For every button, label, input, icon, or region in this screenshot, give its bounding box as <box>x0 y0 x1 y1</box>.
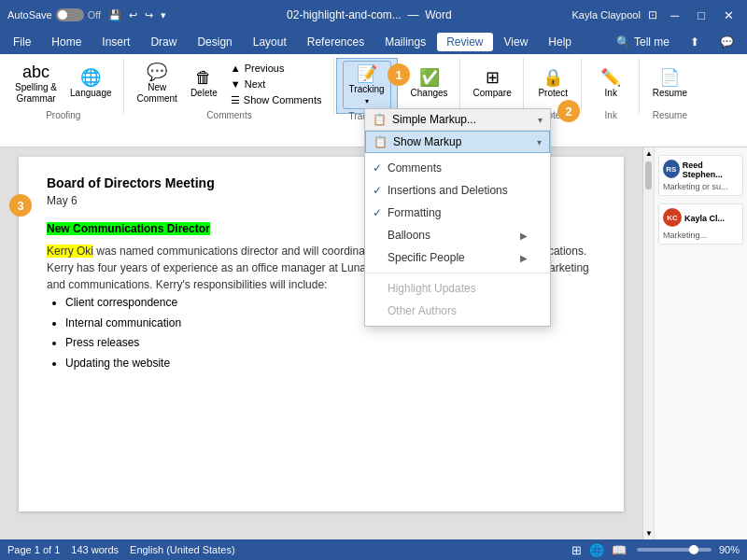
comment-author-1: Reed Stephen... <box>683 161 739 179</box>
dropdown-item-insertions[interactable]: Insertions and Deletions <box>365 179 550 202</box>
proofing-buttons: abc Spelling &Grammar 🌐 Language <box>9 60 118 108</box>
ribbon-group-ink: ✏️ Ink Ink <box>584 58 640 114</box>
undo-icon[interactable]: ↩ <box>129 9 137 21</box>
zoom-slider[interactable] <box>637 548 712 552</box>
balloons-submenu-icon: ▶ <box>520 231 528 241</box>
comment-text-2: Marketing... <box>663 231 739 240</box>
list-item: Press releases <box>65 333 596 354</box>
tracking-icon: 📝 <box>357 65 377 82</box>
menu-help[interactable]: Help <box>539 33 581 51</box>
web-layout-view-button[interactable]: 🌐 <box>586 542 607 558</box>
menu-insert[interactable]: Insert <box>92 33 139 51</box>
language-button[interactable]: 🌐 Language <box>64 60 118 108</box>
next-icon: ▼ <box>231 78 241 90</box>
autosave-toggle[interactable] <box>56 8 84 21</box>
nav-comment-group: ▲ Previous ▼ Next ☰ Show Comments <box>225 61 328 108</box>
document-title: 02-highlight-and-com... — Word <box>287 8 452 21</box>
changes-button[interactable]: ✅ Changes <box>405 60 454 108</box>
status-bar: Page 1 of 1 143 words English (United St… <box>0 539 747 560</box>
ribbon-group-proofing: abc Spelling &Grammar 🌐 Language Proofin… <box>4 58 124 114</box>
menu-tellme[interactable]: 🔍 Tell me <box>607 33 679 51</box>
changes-label: Changes <box>411 88 448 99</box>
menu-references[interactable]: References <box>298 33 374 51</box>
previous-comment-button[interactable]: ▲ Previous <box>225 61 328 76</box>
show-comments-icon: ☰ <box>231 94 240 106</box>
compare-button[interactable]: ⊞ Compare <box>468 60 517 108</box>
comments-buttons: 💬 NewComment 🗑 Delete ▲ Previous ▼ Next <box>132 60 328 108</box>
ink-group-label: Ink <box>605 108 617 120</box>
autosave-label: AutoSave Off <box>7 8 101 21</box>
menu-home[interactable]: Home <box>42 33 91 51</box>
new-comment-button[interactable]: 💬 NewComment <box>132 60 183 108</box>
dropdown-separator <box>365 273 550 273</box>
view-buttons: ⊞ 🌐 📖 <box>569 542 629 558</box>
status-right: ⊞ 🌐 📖 90% <box>569 542 740 558</box>
comment-avatar-kc: KC <box>663 208 682 227</box>
status-left: Page 1 of 1 143 words English (United St… <box>7 544 235 555</box>
ribbon-toggle-icon[interactable]: ⊡ <box>648 8 657 21</box>
resume-button[interactable]: 📄 Resume <box>647 60 693 108</box>
show-markup-header[interactable]: 📋 Show Markup ▾ <box>365 131 550 153</box>
zoom-thumb[interactable] <box>689 545 698 554</box>
customize-icon[interactable]: ▾ <box>161 9 166 21</box>
menu-layout[interactable]: Layout <box>244 33 296 51</box>
ribbon-group-comments: 💬 NewComment 🗑 Delete ▲ Previous ▼ Next <box>126 58 334 114</box>
share-icon[interactable]: ⬆ <box>681 33 709 51</box>
minimize-button[interactable]: ─ <box>665 7 684 24</box>
compare-label: Compare <box>473 88 512 99</box>
ink-button[interactable]: ✏️ Ink <box>592 60 629 108</box>
resume-group-label: Resume <box>653 108 687 120</box>
comment-icon[interactable]: 💬 <box>711 33 743 51</box>
maximize-button[interactable]: □ <box>692 7 711 24</box>
comment-text-1: Marketing or su... <box>663 182 739 191</box>
delete-label: Delete <box>190 88 218 99</box>
dropdown-item-specific-people[interactable]: Specific People ▶ <box>365 246 550 269</box>
comment-avatar-rs: RS <box>663 160 680 178</box>
spelling-label: Spelling &Grammar <box>15 82 57 105</box>
dropdown-item-comments[interactable]: Comments <box>365 157 550 179</box>
ink-icon: ✏️ <box>600 69 621 86</box>
dropdown-items-list: Comments Insertions and Deletions Format… <box>365 153 550 326</box>
spelling-grammar-button[interactable]: abc Spelling &Grammar <box>9 60 63 108</box>
print-layout-view-button[interactable]: ⊞ <box>569 542 585 558</box>
step-badge-2: 2 <box>557 100 580 122</box>
resume-icon: 📄 <box>659 69 680 86</box>
next-comment-button[interactable]: ▼ Next <box>225 77 328 91</box>
menu-mailings[interactable]: Mailings <box>375 33 435 51</box>
title-bar: AutoSave Off 💾 ↩ ↪ ▾ 02-highlight-and-co… <box>0 0 747 30</box>
read-mode-button[interactable]: 📖 <box>609 542 629 558</box>
menu-view[interactable]: View <box>495 33 538 51</box>
show-comments-button[interactable]: ☰ Show Comments <box>225 92 328 108</box>
changes-icon: ✅ <box>419 69 440 86</box>
comment-card-2[interactable]: KC Kayla Cl... Marketing... <box>658 203 743 245</box>
spelling-icon: abc <box>22 63 49 80</box>
dropdown-item-balloons[interactable]: Balloons ▶ <box>365 224 550 246</box>
redo-icon[interactable]: ↪ <box>145 9 153 21</box>
menu-review[interactable]: Review <box>437 33 492 51</box>
page-count: Page 1 of 1 <box>7 544 60 555</box>
ribbon-group-changes: ✅ Changes Changes <box>400 58 460 114</box>
menu-design[interactable]: Design <box>188 33 241 51</box>
tracking-button[interactable]: 📝 Tracking ▾ <box>343 61 391 109</box>
proofing-group-label: Proofing <box>46 108 80 120</box>
resume-label: Resume <box>653 88 687 99</box>
scroll-down-arrow[interactable]: ▼ <box>643 527 654 539</box>
scroll-thumb[interactable] <box>645 161 652 189</box>
tracking-label: Tracking <box>349 84 385 95</box>
scroll-up-arrow[interactable]: ▲ <box>643 147 654 160</box>
comments-group-label: Comments <box>206 108 251 120</box>
ribbon: abc Spelling &Grammar 🌐 Language Proofin… <box>0 54 747 147</box>
comment-card-1[interactable]: RS Reed Stephen... Marketing or su... <box>658 155 743 196</box>
delete-comment-button[interactable]: 🗑 Delete <box>185 60 223 108</box>
dropdown-item-formatting[interactable]: Formatting <box>365 202 550 224</box>
vertical-scrollbar[interactable]: ▲ ▼ <box>642 147 654 539</box>
title-bar-right: Kayla Claypool ⊡ ─ □ ✕ <box>572 7 740 24</box>
save-icon[interactable]: 💾 <box>108 9 121 21</box>
ink-label: Ink <box>605 88 617 99</box>
menu-draw[interactable]: Draw <box>141 33 186 51</box>
menu-file[interactable]: File <box>4 33 40 51</box>
specific-people-submenu-icon: ▶ <box>520 253 528 263</box>
close-button[interactable]: ✕ <box>718 7 740 24</box>
tracking-buttons: 📝 Tracking ▾ <box>343 61 391 109</box>
ribbon-group-resume: 📄 Resume Resume <box>641 58 698 114</box>
